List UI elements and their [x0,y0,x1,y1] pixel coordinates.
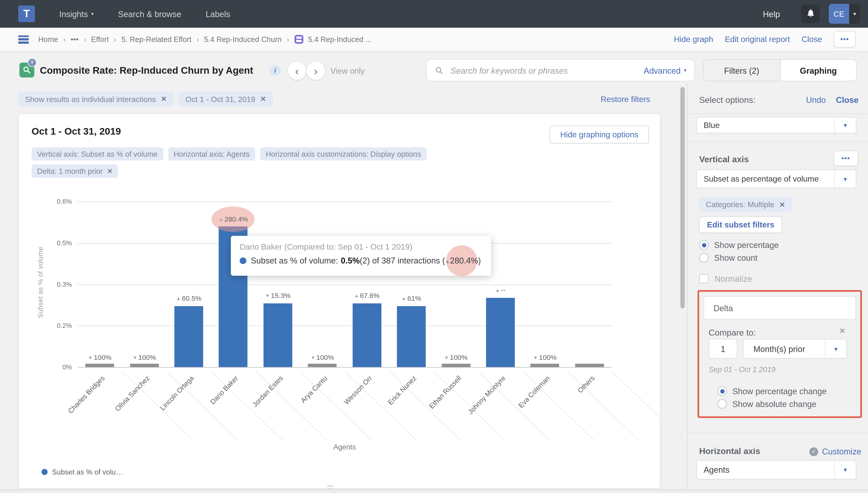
radio-icon [717,386,727,396]
page-title: Composite Rate: Rep-Induced Churn by Age… [40,65,253,77]
edit-original-report-link[interactable]: Edit original report [725,35,790,44]
bar-eva-coleman[interactable] [530,364,559,367]
report-type-badge: T [28,58,37,67]
radio-show-count[interactable]: Show count [699,253,758,262]
radio-show-percentage[interactable]: Show percentage [699,240,779,250]
delta-label: Delta [714,303,733,313]
breadcrumb-current: 5.4 Rep-Induced ... [308,35,372,43]
bar-olivia-sanchez[interactable] [130,364,158,367]
section-divider [688,141,868,142]
info-icon[interactable]: i [269,65,281,76]
delta-value: 60.5% [182,295,201,302]
top-nav: T Insights ▾ Search & browse Labels Help… [0,0,868,28]
check-circle-icon: ✓ [809,447,818,456]
tab-filters[interactable]: Filters (2) [703,60,780,81]
close-link[interactable]: Close [802,35,822,44]
radio-show-percentage-change[interactable]: Show percentage change [717,386,826,396]
nav-item-search-browse[interactable]: Search & browse [118,9,181,19]
breadcrumb-ellipsis[interactable]: ••• [71,35,79,43]
legend-label: Subset as % of volu… [52,468,123,476]
chart-legend: Subset as % of volu… [42,468,123,476]
x-axis-title: Agents [78,443,612,451]
down-triangle-icon: ▼ [311,355,315,361]
search-input[interactable] [449,65,644,76]
undo-link[interactable]: Undo [806,95,826,105]
view-only-label: View only [330,66,365,75]
delta-value: 280.4% [224,215,248,223]
nav-item-label: Search & browse [118,9,181,19]
color-select[interactable]: Blue ▼ [696,117,856,133]
chip-label: Delta: 1 month prior [37,167,103,175]
delta-value: 15.3% [271,292,290,300]
categories-chip-label: Categories: Multiple [706,200,774,209]
customize-control[interactable]: ✓ Customize [809,447,861,456]
up-triangle-icon: ▲ [176,296,181,301]
nav-item-insights[interactable]: Insights ▾ [59,9,94,19]
prev-button[interactable]: ‹ [287,61,307,80]
bar-charles-bridges[interactable] [85,364,114,367]
restore-filters-link[interactable]: Restore filters [601,95,650,104]
remove-filter-icon[interactable]: ✕ [260,95,266,103]
active-filters-row: Show results as individual interactions … [18,91,273,106]
horizontal-axis-select-value: Agents [697,465,834,474]
bar-erick-nunez[interactable] [397,306,426,367]
menu-icon[interactable] [18,35,29,43]
bar-jordan-estes[interactable] [263,304,292,367]
edit-subset-filters-button[interactable]: Edit subset filters [699,216,782,233]
filter-chip-individual-interactions: Show results as individual interactions … [18,91,173,106]
nav-item-labels[interactable]: Labels [205,9,230,19]
remove-categories-icon[interactable]: ✕ [779,200,785,208]
vertical-axis-more-button[interactable]: ••• [834,151,858,166]
color-select-value: Blue [697,121,834,130]
radio-show-absolute-change[interactable]: Show absolute change [717,399,817,409]
bar-wesson-orr[interactable] [352,304,381,367]
tooltip-delta-paren: ) [478,256,481,265]
remove-delta-icon[interactable]: ✕ [839,327,845,335]
notifications-button[interactable] [801,4,820,23]
app-logo[interactable]: T [18,5,35,22]
bottom-scrollbar-track[interactable] [0,489,868,493]
next-button[interactable]: › [306,61,326,80]
delta-unit-select[interactable]: Month(s) prior ▼ [743,339,847,359]
bar-others[interactable] [575,364,604,367]
tab-graphing[interactable]: Graphing [780,60,856,81]
up-triangle-icon: ▲ [445,258,450,264]
down-triangle-icon: ▼ [133,355,137,361]
bar-arya-cantu[interactable] [308,364,337,367]
bar-ethan-russell[interactable] [441,364,470,367]
normalize-checkbox[interactable]: Normalize [699,274,752,283]
bar-delta-label: ▼15.3% [244,292,311,300]
delta-value: 100% [138,354,156,362]
help-link[interactable]: Help [763,9,780,19]
breadcrumb-home[interactable]: Home [38,35,58,43]
account-menu[interactable]: CE ▾ [829,4,860,24]
delta-value: 67.6% [360,292,379,300]
breadcrumb-rep-related-effort[interactable]: 5. Rep-Related Effort [121,35,191,43]
compare-to-label: Compare to: [709,328,756,338]
chip-label: Horizontal axis customizations: Display … [266,150,421,158]
chevron-left-icon: ‹ [295,65,299,76]
gridline [78,284,612,285]
breadcrumb-rep-induced-churn[interactable]: 5.4 Rep-Induced Churn [204,35,282,43]
panel-divider [687,83,688,489]
remove-chip-icon[interactable]: ✕ [107,167,112,175]
panel-close-link[interactable]: Close [836,95,859,105]
advanced-search-toggle[interactable]: Advanced ▾ [644,66,687,75]
vertical-axis-select[interactable]: Subset as percentage of volume ▼ [696,170,856,189]
more-options-button[interactable]: ••• [834,31,856,48]
delta-amount-input[interactable]: 1 [709,339,737,359]
chart-tooltip: Dario Baker (Compared to: Sep 01 - Oct 1… [231,236,491,276]
vertical-axis-select-value: Subset as percentage of volume [697,174,834,183]
hide-graph-link[interactable]: Hide graph [674,35,713,44]
delta-value: 100% [94,354,112,362]
breadcrumb-effort[interactable]: Effort [91,35,109,43]
vertical-scrollbar[interactable] [680,87,685,308]
up-triangle-icon: ▲ [354,293,359,299]
tooltip-detail: (2) of 387 interactions [360,256,440,265]
bar-johnny-mcintyre[interactable] [486,298,515,367]
remove-filter-icon[interactable]: ✕ [161,95,167,103]
hide-graphing-options-button[interactable]: Hide graphing options [550,126,649,144]
bar-lincoln-ortega[interactable] [174,306,203,367]
horizontal-axis-select[interactable]: Agents ▼ [696,460,856,479]
y-tick-label: 0.6% [46,197,72,205]
